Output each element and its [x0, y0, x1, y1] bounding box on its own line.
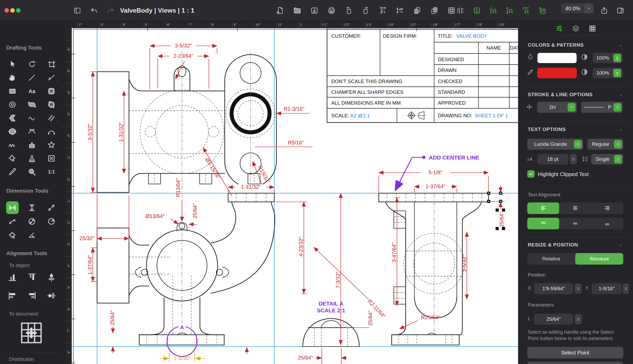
radius-dimension-tool[interactable]: [45, 215, 58, 228]
highlight-clipped-checkbox[interactable]: [527, 170, 535, 178]
distribute-spacing-icon[interactable]: [455, 5, 466, 16]
star-tool[interactable]: [45, 139, 58, 151]
polygon-tool[interactable]: ˇ: [6, 125, 19, 138]
text-tool[interactable]: Aa: [26, 85, 38, 98]
close-window-button[interactable]: [4, 8, 9, 13]
redo-icon[interactable]: [105, 5, 116, 16]
stroke-opacity-field[interactable]: 100%: [593, 68, 623, 78]
actual-size-tool[interactable]: 1:1: [45, 166, 58, 178]
minimize-window-button[interactable]: [10, 8, 15, 13]
snap-text-icon[interactable]: [471, 5, 483, 16]
bezier-tool[interactable]: [26, 125, 38, 138]
tab-style-icon[interactable]: [555, 25, 563, 32]
relative-absolute-segment[interactable]: Relative Absolute: [527, 253, 623, 265]
rotate-ccw-icon[interactable]: [343, 5, 354, 16]
select-point-button[interactable]: Select Point: [527, 347, 623, 358]
arc-tool[interactable]: [45, 125, 58, 138]
chevron-shape-tool[interactable]: [6, 112, 19, 124]
partial-bottom-button[interactable]: [527, 362, 623, 364]
tab-layers-icon[interactable]: [572, 25, 580, 32]
snap-edge-icon[interactable]: [520, 5, 532, 16]
parallel-line-tool[interactable]: ˇ: [45, 112, 58, 124]
fill-contrast-icon[interactable]: [581, 53, 588, 61]
stroke-contrast-icon[interactable]: [581, 68, 588, 76]
linear-dimension-tool[interactable]: [6, 201, 19, 214]
ellipse-tool[interactable]: [26, 98, 38, 111]
snap-point-icon[interactable]: [487, 5, 499, 16]
x-stepper[interactable]: [575, 284, 582, 294]
align-left[interactable]: [6, 289, 19, 302]
snap-xy-icon[interactable]: XY: [536, 5, 548, 16]
new-document-icon[interactable]: [274, 5, 286, 16]
snap-vertical-icon[interactable]: [504, 5, 515, 16]
angle-dimension-tool[interactable]: [26, 229, 38, 241]
eyedropper-tool[interactable]: [6, 166, 19, 178]
duplicate-back-icon[interactable]: [429, 5, 440, 16]
diagonal-dimension-tool[interactable]: [45, 201, 58, 214]
zoom-window-button[interactable]: [16, 8, 21, 13]
vertical-align-segment[interactable]: [527, 218, 623, 229]
align-bottom[interactable]: [6, 271, 19, 284]
parametric-tool[interactable]: Pˇ: [45, 85, 58, 98]
x-position-field[interactable]: 1'8-59/64": [534, 283, 573, 294]
diameter-dimension-tool[interactable]: [26, 215, 38, 228]
font-family-dropdown[interactable]: Lucida Grande: [527, 139, 583, 150]
align-center-horizontal[interactable]: [45, 289, 58, 302]
vertical-ruler[interactable]: -6"-5"-4"-3"-2"-1"0"1"2"3"4"5"6"7"8": [65, 28, 72, 364]
undo-icon[interactable]: [88, 5, 100, 16]
select-tool[interactable]: [6, 58, 19, 71]
share-icon[interactable]: [598, 5, 610, 16]
stroke-color-swatch[interactable]: [537, 68, 577, 78]
angled-line-tool[interactable]: ˇ: [45, 71, 58, 84]
l-parameter-field[interactable]: 25/64": [534, 314, 573, 325]
diameter-circle-tool[interactable]: Dˇ: [6, 98, 19, 111]
drawing-sheet[interactable]: 3-5/32" 2-23/64" 3-5/32" 1-31/32" 25/32"…: [72, 28, 518, 364]
chevron-down-icon[interactable]: ⌄: [619, 92, 622, 97]
stamp-tool[interactable]: [26, 152, 38, 165]
flip-vertical-icon[interactable]: [394, 5, 406, 16]
position-tool[interactable]: [6, 152, 19, 165]
angled-dimension-tool[interactable]: [6, 215, 19, 228]
align-center-vertical[interactable]: [45, 271, 58, 284]
line-tool[interactable]: ˇ: [26, 71, 38, 84]
font-size-field[interactable]: 18 pt: [537, 154, 568, 164]
vertical-dimension-tool[interactable]: [26, 201, 38, 214]
fill-opacity-field[interactable]: 100%: [593, 53, 623, 63]
annotation-box-tool[interactable]: [45, 152, 58, 165]
l-stepper[interactable]: [575, 314, 582, 324]
blob-tool[interactable]: [26, 139, 38, 151]
y-position-field[interactable]: 1-9/16": [592, 283, 622, 294]
print-icon[interactable]: [326, 5, 337, 16]
chevron-down-icon[interactable]: ⌄: [619, 242, 622, 247]
drawing-canvas[interactable]: 2"3"4"5"6"7"8"9"10"11"1'1'1"1'2"1'3"1'4"…: [65, 21, 518, 364]
line-style-dropdown[interactable]: P: [581, 102, 623, 113]
zoom-tool[interactable]: [26, 166, 38, 178]
zoom-control[interactable]: 40.0%: [561, 3, 593, 13]
rectangle-tool[interactable]: [6, 85, 19, 98]
center-mark-tool[interactable]: [6, 229, 19, 241]
line-spacing-dropdown[interactable]: Single: [591, 154, 623, 164]
fill-color-swatch[interactable]: [537, 53, 577, 63]
radius-circle-tool[interactable]: Rˇ: [45, 98, 58, 111]
sidebar-toggle-icon[interactable]: [71, 5, 83, 16]
horizontal-ruler[interactable]: 2"3"4"5"6"7"8"9"10"11"1'1'1"1'2"1'3"1'4"…: [72, 21, 518, 28]
chevron-down-icon[interactable]: ⌄: [619, 42, 622, 47]
align-right[interactable]: [26, 289, 38, 302]
y-stepper[interactable]: [623, 284, 629, 294]
open-folder-icon[interactable]: [291, 5, 303, 16]
font-weight-dropdown[interactable]: Regular: [587, 139, 623, 150]
tab-library-icon[interactable]: [588, 25, 596, 32]
align-to-document-button[interactable]: [17, 318, 46, 347]
flip-horizontal-icon[interactable]: [377, 5, 389, 16]
rotate-tool[interactable]: [26, 58, 38, 71]
align-top[interactable]: [26, 271, 38, 284]
chevron-down-icon[interactable]: ⌄: [619, 127, 622, 132]
font-size-stepper[interactable]: [570, 154, 577, 164]
crop-transform-tool[interactable]: ˇ: [45, 58, 58, 71]
pen-weight-dropdown[interactable]: 2H: [537, 102, 577, 113]
pan-hand-tool[interactable]: [6, 71, 19, 84]
duplicate-front-icon[interactable]: [411, 5, 423, 16]
freehand-tool[interactable]: ˇ: [6, 139, 19, 151]
import-icon[interactable]: [309, 5, 320, 16]
wave-tool[interactable]: [26, 112, 38, 124]
